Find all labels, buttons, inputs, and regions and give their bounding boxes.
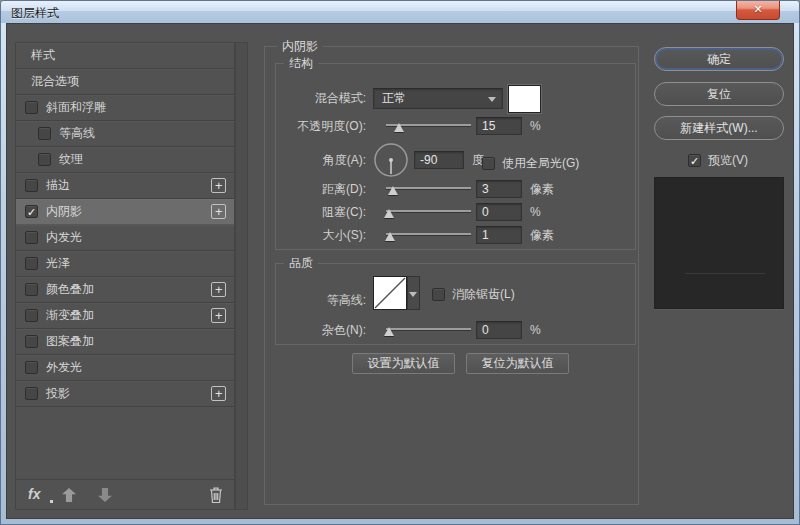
antialias-label: 消除锯齿(L) bbox=[452, 284, 515, 304]
quality-group: 品质 等高线: 消除锯齿(L) bbox=[275, 263, 636, 345]
add-effect-button[interactable]: + bbox=[211, 308, 226, 323]
checkbox[interactable] bbox=[25, 309, 38, 322]
noise-unit: % bbox=[530, 320, 541, 340]
use-global-light-checkbox[interactable]: 使用全局光(G) bbox=[482, 153, 579, 173]
sidebar-item-stroke[interactable]: 描边 + bbox=[16, 173, 234, 199]
slider-thumb[interactable] bbox=[384, 327, 394, 336]
size-input[interactable]: 1 bbox=[476, 226, 522, 244]
make-default-button[interactable]: 设置为默认值 bbox=[352, 353, 455, 374]
effects-list-scrollbar[interactable] bbox=[235, 42, 248, 510]
choke-label: 阻塞(C): bbox=[276, 202, 366, 222]
opacity-input[interactable]: 15 bbox=[476, 117, 522, 135]
add-effect-button[interactable]: + bbox=[211, 178, 226, 193]
sidebar-item-texture[interactable]: 纹理 bbox=[16, 147, 234, 173]
panel-title: 内阴影 bbox=[277, 38, 323, 55]
checkbox[interactable] bbox=[25, 179, 38, 192]
noise-input[interactable]: 0 bbox=[476, 321, 522, 339]
opacity-label: 不透明度(O): bbox=[276, 116, 366, 136]
distance-label: 距离(D): bbox=[276, 179, 366, 199]
angle-input[interactable]: -90 bbox=[414, 151, 464, 169]
sidebar-item-drop-shadow[interactable]: 投影 + bbox=[16, 381, 234, 407]
checkbox-checked[interactable]: ✓ bbox=[25, 205, 38, 218]
antialias-checkbox[interactable]: 消除锯齿(L) bbox=[432, 284, 515, 304]
quality-legend: 品质 bbox=[284, 255, 318, 272]
choke-input[interactable]: 0 bbox=[476, 203, 522, 221]
sidebar-item-inner-glow[interactable]: 内发光 bbox=[16, 225, 234, 251]
contour-label: 等高线: bbox=[276, 290, 366, 310]
reset-default-button[interactable]: 复位为默认值 bbox=[466, 353, 569, 374]
slider-thumb[interactable] bbox=[388, 186, 398, 195]
add-effect-button[interactable]: + bbox=[211, 282, 226, 297]
shadow-color-swatch[interactable] bbox=[508, 85, 541, 113]
close-button[interactable]: ✕ bbox=[736, 1, 780, 20]
dialog-body: 样式 混合选项 斜面和浮雕 等高线 纹理 描边 + bbox=[6, 23, 794, 519]
delete-effect-icon[interactable] bbox=[208, 486, 224, 504]
action-column: 确定 复位 新建样式(W)... ✓ 预览(V) bbox=[654, 24, 784, 518]
angle-dial[interactable] bbox=[373, 142, 409, 178]
move-effect-up-icon[interactable] bbox=[62, 488, 76, 502]
checkbox-checked[interactable]: ✓ bbox=[688, 154, 701, 167]
checkbox[interactable] bbox=[38, 127, 51, 140]
sidebar-item-styles[interactable]: 样式 bbox=[16, 43, 234, 69]
fx-menu-button[interactable]: fx bbox=[28, 486, 40, 502]
checkbox[interactable] bbox=[25, 387, 38, 400]
opacity-unit: % bbox=[530, 116, 541, 136]
sidebar-item-pattern-overlay[interactable]: 图案叠加 bbox=[16, 329, 234, 355]
opacity-slider[interactable] bbox=[386, 116, 471, 136]
use-global-light-label: 使用全局光(G) bbox=[502, 153, 579, 173]
distance-unit: 像素 bbox=[530, 179, 554, 199]
style-preview-thumbnail bbox=[654, 177, 784, 309]
add-effect-button[interactable]: + bbox=[211, 386, 226, 401]
sidebar-item-blending-options[interactable]: 混合选项 bbox=[16, 69, 234, 95]
sidebar-item-satin[interactable]: 光泽 bbox=[16, 251, 234, 277]
contour-picker-button[interactable] bbox=[407, 276, 420, 310]
layer-style-dialog: 图层样式 ✕ 样式 混合选项 斜面和浮雕 等高线 纹理 bbox=[0, 0, 800, 525]
blend-mode-label: 混合模式: bbox=[276, 88, 366, 108]
checkbox[interactable] bbox=[38, 153, 51, 166]
distance-slider[interactable] bbox=[386, 179, 471, 199]
chevron-down-icon bbox=[488, 97, 496, 102]
contour-thumbnail[interactable] bbox=[373, 276, 407, 310]
choke-slider[interactable] bbox=[386, 202, 471, 222]
slider-thumb[interactable] bbox=[385, 232, 395, 241]
distance-input[interactable]: 3 bbox=[476, 180, 522, 198]
structure-group: 结构 混合模式: 正常 不透明度(O): 15 % bbox=[275, 63, 636, 250]
noise-slider[interactable] bbox=[386, 320, 471, 340]
chevron-down-icon bbox=[409, 292, 417, 297]
check-icon: ✓ bbox=[690, 155, 699, 167]
size-unit: 像素 bbox=[530, 225, 554, 245]
titlebar[interactable]: 图层样式 ✕ bbox=[1, 1, 799, 23]
move-effect-down-icon[interactable] bbox=[98, 488, 112, 502]
blend-mode-select[interactable]: 正常 bbox=[373, 88, 503, 109]
sidebar-item-contour[interactable]: 等高线 bbox=[16, 121, 234, 147]
add-effect-button[interactable]: + bbox=[211, 204, 226, 219]
sidebar-item-bevel-emboss[interactable]: 斜面和浮雕 bbox=[16, 95, 234, 121]
checkbox[interactable] bbox=[25, 101, 38, 114]
sidebar-item-color-overlay[interactable]: 颜色叠加 + bbox=[16, 277, 234, 303]
checkbox[interactable] bbox=[25, 257, 38, 270]
sidebar-item-outer-glow[interactable]: 外发光 bbox=[16, 355, 234, 381]
reset-button[interactable]: 复位 bbox=[654, 82, 784, 106]
check-icon: ✓ bbox=[27, 206, 36, 218]
dialog-title: 图层样式 bbox=[11, 5, 59, 22]
checkbox[interactable] bbox=[25, 361, 38, 374]
size-label: 大小(S): bbox=[276, 225, 366, 245]
slider-thumb[interactable] bbox=[384, 209, 394, 218]
new-style-button[interactable]: 新建样式(W)... bbox=[654, 116, 784, 140]
sidebar-item-inner-shadow[interactable]: ✓ 内阴影 + bbox=[16, 199, 234, 225]
checkbox[interactable] bbox=[432, 288, 445, 301]
effects-list: 样式 混合选项 斜面和浮雕 等高线 纹理 描边 + bbox=[15, 42, 235, 510]
sidebar-item-gradient-overlay[interactable]: 渐变叠加 + bbox=[16, 303, 234, 329]
ok-button[interactable]: 确定 bbox=[654, 47, 784, 71]
slider-thumb[interactable] bbox=[394, 123, 404, 132]
size-slider[interactable] bbox=[386, 225, 471, 245]
noise-label: 杂色(N): bbox=[276, 320, 366, 340]
checkbox[interactable] bbox=[25, 283, 38, 296]
close-icon: ✕ bbox=[753, 3, 762, 15]
checkbox[interactable] bbox=[482, 157, 495, 170]
choke-unit: % bbox=[530, 202, 541, 222]
checkbox[interactable] bbox=[25, 231, 38, 244]
inner-shadow-panel: 内阴影 结构 混合模式: 正常 不透明度(O): 15 bbox=[264, 46, 639, 505]
preview-checkbox[interactable]: ✓ 预览(V) bbox=[688, 152, 748, 169]
checkbox[interactable] bbox=[25, 335, 38, 348]
